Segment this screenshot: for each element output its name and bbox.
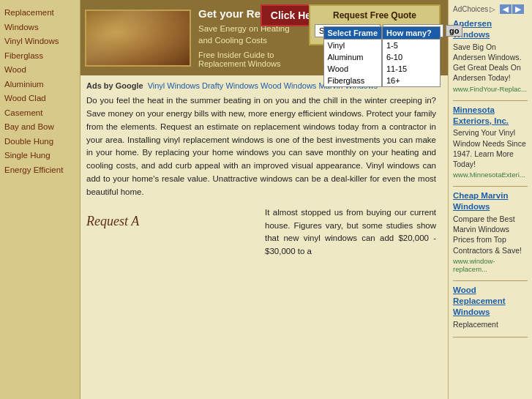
ads-by-google-label: Ads by Google (86, 81, 143, 90)
ad-block: Cheap Marvin WindowsCompare the Best Mar… (453, 190, 528, 273)
ad-choices-label: AdChoices (453, 5, 488, 13)
ad-divider (453, 186, 528, 187)
frame-dropdown-item[interactable]: Aluminum (324, 51, 381, 63)
sidebar-link[interactable]: Vinyl Windows (4, 34, 75, 49)
sidebar-link[interactable]: Wood Clad (4, 92, 75, 106)
ad-title[interactable]: Wood Replacement Windows (453, 285, 528, 318)
frame-dropdown-item[interactable]: Fiberglass (324, 75, 381, 86)
go-button[interactable]: go (446, 25, 462, 37)
sidebar-link[interactable]: Double Hung (4, 135, 75, 149)
sidebar-link[interactable]: Single Hung (4, 149, 75, 163)
sidebar-link[interactable]: Bay and Bow (4, 120, 75, 135)
right-sidebar: AdChoices ▷ ◀ ▶ Andersen WindowsSave Big… (448, 0, 532, 399)
howmany-dropdown-item[interactable]: 6-10 (383, 51, 440, 63)
ad-choices-arrow-icon: ▷ (490, 5, 495, 13)
lower-text: Request A (86, 206, 258, 258)
nav-arrows: ◀ ▶ (500, 4, 524, 14)
ads-bar-link[interactable]: Wood Windows (261, 81, 316, 90)
frame-dropdown-item[interactable]: Wood (324, 63, 381, 75)
ad-divider (453, 100, 528, 101)
ad-text: Save Big On Andersen Windows. Get Great … (453, 42, 528, 83)
sidebar-link[interactable]: Casement (4, 106, 75, 121)
paragraph2: It almost stopped us from buying our cur… (265, 206, 436, 258)
ad-url: www.window-replacem... (453, 257, 528, 273)
howmany-dropdown: How many? 1-56-1011-1516+ (382, 26, 441, 87)
main-text-area: Ads by Google Vinyl Windows Drafty Windo… (86, 81, 442, 393)
quote-box-title: Request Free Quote (315, 10, 435, 20)
sidebar-link[interactable]: Fiberglass (4, 49, 75, 64)
frame-dropdown-header: Select Frame (324, 27, 381, 40)
howmany-dropdown-item[interactable]: 16+ (383, 75, 440, 86)
frame-dropdown: Select Frame VinylAluminumWoodFiberglass (323, 26, 382, 87)
cursive-heading: Request A (86, 214, 258, 229)
lower-section: Request A It almost stopped us from buyi… (86, 206, 436, 258)
ad-divider (453, 337, 528, 338)
nav-next-button[interactable]: ▶ (512, 4, 524, 14)
ad-divider (453, 280, 528, 281)
sidebar-link[interactable]: Replacement Windows (4, 6, 75, 34)
ad-block: Andersen WindowsSave Big On Andersen Win… (453, 18, 528, 93)
ad-text: Compare the Best Marvin Windows Prices f… (453, 214, 528, 256)
content-area: Ads by Google Vinyl Windows Drafty Windo… (80, 75, 448, 399)
howmany-dropdown-item[interactable]: 1-5 (383, 40, 440, 51)
ad-url: www.FindYour-Replac... (453, 85, 528, 93)
howmany-dropdown-item[interactable]: 11-15 (383, 63, 440, 75)
nav-prev-button[interactable]: ◀ (500, 4, 512, 14)
ad-block: Minnesota Exteriors, Inc.Serving Your Vi… (453, 105, 528, 179)
ad-choices: AdChoices ▷ ◀ ▶ (453, 4, 528, 14)
ads-bar-link[interactable]: Vinyl Windows (148, 81, 200, 90)
ads-bar-link[interactable]: Drafty Windows (202, 81, 258, 90)
top-banner: Get your Replacement Windows Save Energy… (80, 0, 448, 75)
ad-text: Replacement (453, 319, 528, 329)
ad-block: Wood Replacement WindowsReplacement (453, 285, 528, 329)
sidebar-link[interactable]: Wood (4, 63, 75, 78)
ad-url: www.MinnesotaExteri... (453, 171, 528, 179)
ad-title[interactable]: Minnesota Exteriors, Inc. (453, 105, 528, 127)
main-paragraph-1: Do you feel the heat in the summer beati… (86, 94, 436, 199)
ad-title[interactable]: Cheap Marvin Windows (453, 190, 528, 212)
main-content: Get your Replacement Windows Save Energy… (80, 0, 448, 399)
sidebar-link[interactable]: Energy Efficient (4, 163, 75, 178)
ad-text: Serving Your Vinyl Window Needs Since 19… (453, 127, 528, 169)
left-sidebar: Replacement WindowsVinyl WindowsFibergla… (0, 0, 80, 399)
dropdown-overlay: Select Frame VinylAluminumWoodFiberglass… (323, 26, 441, 87)
howmany-dropdown-header: How many? (383, 27, 440, 40)
frame-dropdown-item[interactable]: Vinyl (324, 40, 381, 51)
ad-title[interactable]: Andersen Windows (453, 18, 528, 40)
sidebar-link[interactable]: Aluminium (4, 78, 75, 92)
second-paragraph: It almost stopped us from buying our cur… (265, 206, 436, 258)
banner-image (85, 10, 191, 67)
